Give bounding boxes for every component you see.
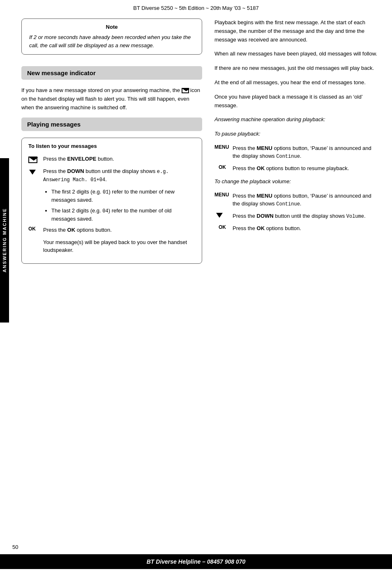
down-arrow-icon-2 xyxy=(216,213,223,218)
ok-resume-text: Press the OK options button to resume pl… xyxy=(233,164,380,173)
right-para-5: Once you have played back a message it i… xyxy=(214,93,380,110)
note-title: Note xyxy=(29,24,194,30)
envelope-icon xyxy=(28,157,37,163)
menu-pause-text: Press the MENU options button, ‘Pause’ i… xyxy=(233,144,380,161)
step-envelope-text: Press the ENVELOPE button. xyxy=(43,155,195,163)
listen-subsection-title: To listen to your messages xyxy=(28,143,195,149)
change-volume-heading: To change the playback volume: xyxy=(214,177,380,186)
right-para-1: Playback begins with the first new messa… xyxy=(214,18,380,44)
ok-label: OK xyxy=(28,226,43,232)
menu-volume-text: Press the MENU options button, ‘Pause’ i… xyxy=(233,192,380,208)
right-para-3: If there are no new messages, just the o… xyxy=(214,64,380,73)
step-down-arrow: Press the DOWN button until the display … xyxy=(28,167,195,184)
new-message-indicator-heading: New message indicator xyxy=(21,66,202,80)
menu-pause-step: MENU Press the MENU options button, ‘Pau… xyxy=(214,144,380,161)
menu-label-2: MENU xyxy=(214,192,233,198)
new-message-indicator-text: If you have a new message stored on your… xyxy=(21,86,202,112)
playing-messages-heading: Playing messages xyxy=(21,118,202,131)
pause-playback-heading: To pause playback: xyxy=(214,130,380,138)
step-message-spacer xyxy=(28,238,43,239)
right-para-2: When all new messages have been played, … xyxy=(214,50,380,58)
ok-resume-step: OK Press the OK options button to resume… xyxy=(214,164,380,173)
header-title: BT Diverse 5250 ~ 5th Edition ~ 20th May… xyxy=(133,5,258,11)
listen-subsection: To listen to your messages Press the ENV… xyxy=(21,138,202,264)
footer-text: BT Diverse Helpline – 08457 908 070 xyxy=(147,558,245,565)
page-footer: BT Diverse Helpline – 08457 908 070 xyxy=(0,554,392,569)
page-header: BT Diverse 5250 ~ 5th Edition ~ 20th May… xyxy=(0,0,392,14)
envelope-icon-container xyxy=(28,155,43,163)
bullet-item-1: The first 2 digits (e.g. 01) refer to th… xyxy=(51,188,195,204)
step-message-text: Your message(s) will be played back to y… xyxy=(43,238,195,254)
ok-volume-text: Press the OK options button. xyxy=(233,224,380,233)
menu-volume-step: MENU Press the MENU options button, ‘Pau… xyxy=(214,192,380,208)
ok-label-2: OK xyxy=(214,164,233,170)
ok-volume-step: OK Press the OK options button. xyxy=(214,224,380,233)
step-ok: OK Press the OK options button. xyxy=(28,226,195,234)
answering-machine-operation-heading: Answering machine operation during playb… xyxy=(214,115,380,124)
note-box: Note If 2 or more seconds have already b… xyxy=(21,18,202,55)
sidebar-tab: ANSWERING MACHINE xyxy=(0,158,9,323)
page-number: 50 xyxy=(12,544,18,550)
menu-label-1: MENU xyxy=(214,144,233,150)
step-ok-text: Press the OK options button. xyxy=(43,226,195,234)
step-envelope: Press the ENVELOPE button. xyxy=(28,155,195,163)
down-arrow-icon xyxy=(29,170,36,175)
step-message-played: Your message(s) will be played back to y… xyxy=(28,238,195,254)
step-down-text: Press the DOWN button until the display … xyxy=(43,167,195,184)
right-para-4: At the end of all messages, you hear the… xyxy=(214,78,380,87)
left-column: Note If 2 or more seconds have already b… xyxy=(21,14,210,569)
ok-label-3: OK xyxy=(214,224,233,230)
bullet-item-2: The last 2 digits (e.g. 04) refer to the… xyxy=(51,207,195,223)
down-volume-step: Press the DOWN button until the display … xyxy=(214,212,380,220)
note-text: If 2 or more seconds have already been r… xyxy=(29,33,194,49)
right-column: Playback begins with the first new messa… xyxy=(210,14,380,569)
down-arrow-icon-container xyxy=(28,167,43,175)
down-volume-text: Press the DOWN button until the display … xyxy=(233,212,380,220)
bullet-list: The first 2 digits (e.g. 01) refer to th… xyxy=(43,188,195,223)
down-arrow-label xyxy=(214,212,233,219)
